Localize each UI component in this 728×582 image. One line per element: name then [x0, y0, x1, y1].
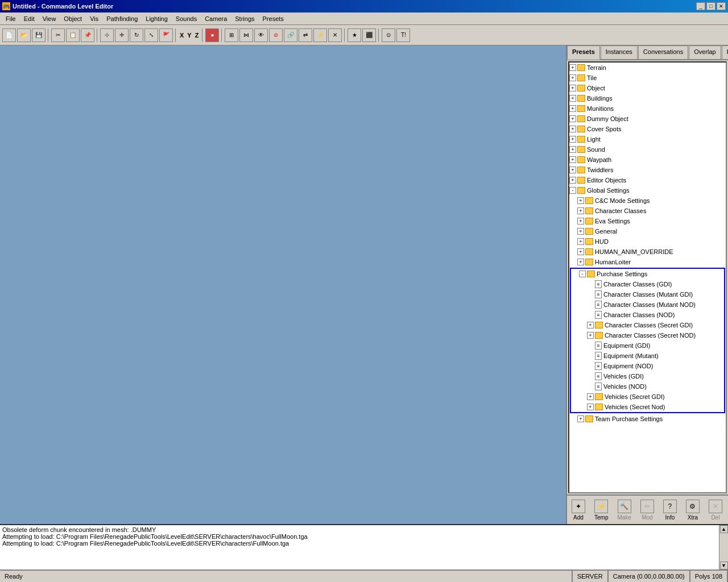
tb-flag[interactable]: 🚩	[159, 28, 173, 42]
expand-general[interactable]: +	[577, 228, 584, 235]
expand-terrain[interactable]: +	[569, 64, 576, 71]
expand-munitions[interactable]: +	[569, 105, 576, 112]
tree-item-veh-gdi[interactable]: ≡Vehicles (GDI)	[571, 371, 724, 381]
expand-buildings[interactable]: +	[569, 95, 576, 102]
menu-strings[interactable]: Strings	[231, 14, 258, 23]
tb-view[interactable]: ⊙	[382, 28, 395, 42]
tree-item-cc-secret-nod[interactable]: +Character Classes (Secret NOD)	[571, 330, 724, 340]
tb-cross[interactable]: ✕	[328, 28, 342, 42]
tb-rotate[interactable]: ↻	[130, 28, 143, 42]
expand-sound[interactable]: +	[569, 146, 576, 153]
tb-move[interactable]: ✛	[115, 28, 129, 42]
tree-panel[interactable]: +Terrain+Tile+Object+Buildings+Munitions…	[568, 61, 727, 493]
tb-scale[interactable]: ⤡	[144, 28, 158, 42]
log-scroll-down[interactable]: ▼	[720, 562, 728, 569]
expand-hud[interactable]: +	[577, 238, 584, 245]
log-scroll-up[interactable]: ▲	[720, 525, 728, 533]
tb-lightning[interactable]: ⚡	[313, 28, 327, 42]
mod-button[interactable]: ✏ Mod	[640, 500, 654, 521]
tab-conversations[interactable]: Conversations	[638, 45, 688, 59]
tree-item-veh-nod[interactable]: ≡Vehicles (NOD)	[571, 381, 724, 392]
tb-arrows[interactable]: ⇄	[299, 28, 312, 42]
expand-editor-objects[interactable]: +	[569, 177, 576, 184]
expand-tile[interactable]: +	[569, 74, 576, 81]
tree-item-veh-secret-nod[interactable]: +Vehicles (Secret Nod)	[571, 402, 724, 412]
tree-item-object[interactable]: +Object	[569, 83, 726, 93]
tree-item-human-anim[interactable]: +HUMAN_ANIM_OVERRIDE	[569, 247, 726, 257]
tree-item-buildings[interactable]: +Buildings	[569, 93, 726, 103]
menu-vis[interactable]: Vis	[86, 14, 102, 23]
tree-item-cc-gdi[interactable]: ≡Character Classes (GDI)	[571, 279, 724, 289]
tree-item-purchase-settings[interactable]: -Purchase Settings	[571, 269, 724, 279]
expand-veh-secret-gdi[interactable]: +	[587, 393, 594, 400]
expand-cnc-mode[interactable]: +	[577, 197, 584, 204]
tree-item-cc-mutant-gdi[interactable]: ≡Character Classes (Mutant GDI)	[571, 289, 724, 300]
tree-item-tile[interactable]: +Tile	[569, 73, 726, 83]
close-button[interactable]: ✕	[717, 2, 726, 10]
menu-view[interactable]: View	[39, 14, 60, 23]
tb-eye[interactable]: 👁	[254, 28, 268, 42]
menu-camera[interactable]: Camera	[201, 14, 230, 23]
tree-item-waypath[interactable]: +Waypath	[569, 155, 726, 165]
expand-eva-settings[interactable]: +	[577, 218, 584, 225]
tab-instances[interactable]: Instances	[601, 45, 638, 59]
expand-human-loiter[interactable]: +	[577, 259, 584, 265]
tree-item-cover-spots[interactable]: +Cover Spots	[569, 124, 726, 134]
menu-presets[interactable]: Presets	[259, 14, 287, 23]
tree-item-human-loiter[interactable]: +HumanLoiter	[569, 257, 726, 267]
add-button[interactable]: ✦ Add	[572, 500, 585, 521]
tb-copy[interactable]: 📋	[66, 28, 80, 42]
expand-waypath[interactable]: +	[569, 156, 576, 163]
tree-item-veh-secret-gdi[interactable]: +Vehicles (Secret GDI)	[571, 392, 724, 402]
tb-cut[interactable]: ✂	[51, 28, 65, 42]
del-button[interactable]: ✕ Del	[709, 500, 722, 521]
tree-item-munitions[interactable]: +Munitions	[569, 103, 726, 114]
tree-item-cnc-mode[interactable]: +C&C Mode Settings	[569, 196, 726, 206]
menu-edit[interactable]: Edit	[20, 14, 38, 23]
make-button[interactable]: 🔨 Make	[617, 500, 631, 521]
tb-save[interactable]: 💾	[32, 28, 46, 42]
tb-new[interactable]: 📄	[2, 28, 16, 42]
minimize-button[interactable]: _	[696, 2, 705, 10]
tree-item-twiddlers[interactable]: +Twiddlers	[569, 165, 726, 175]
tb-snap[interactable]: ⋈	[239, 28, 253, 42]
tree-item-eq-gdi[interactable]: ≡Equipment (GDI)	[571, 340, 724, 351]
tree-item-team-purchase[interactable]: +Team Purchase Settings	[569, 414, 726, 424]
info-button[interactable]: ? Info	[663, 500, 677, 521]
tb-grid[interactable]: ⊞	[225, 28, 238, 42]
tree-item-eva-settings[interactable]: +Eva Settings	[569, 216, 726, 226]
tree-item-eq-nod[interactable]: ≡Equipment (NOD)	[571, 361, 724, 371]
maximize-button[interactable]: □	[706, 2, 715, 10]
menu-pathfinding[interactable]: Pathfinding	[103, 14, 141, 23]
tree-item-dummy-object[interactable]: +Dummy Object	[569, 114, 726, 124]
viewport[interactable]	[0, 45, 566, 524]
tab-presets[interactable]: Presets	[567, 45, 600, 60]
tree-item-character-classes[interactable]: +Character Classes	[569, 206, 726, 216]
expand-veh-secret-nod[interactable]: +	[587, 404, 594, 410]
expand-team-purchase[interactable]: +	[577, 415, 584, 422]
tree-item-terrain[interactable]: +Terrain	[569, 63, 726, 73]
tb-select[interactable]: ⊹	[100, 28, 114, 42]
expand-light[interactable]: +	[569, 136, 576, 143]
tree-item-general[interactable]: +General	[569, 226, 726, 236]
tree-item-eq-mutant[interactable]: ≡Equipment (Mutant)	[571, 351, 724, 361]
expand-character-classes[interactable]: +	[577, 207, 584, 214]
expand-cc-secret-nod[interactable]: +	[587, 332, 594, 339]
expand-human-anim[interactable]: +	[577, 248, 584, 255]
tb-color[interactable]: ●	[205, 28, 219, 42]
tree-item-editor-objects[interactable]: +Editor Objects	[569, 175, 726, 185]
tree-item-cc-nod[interactable]: ≡Character Classes (NOD)	[571, 310, 724, 320]
expand-cc-secret-gdi[interactable]: +	[587, 322, 594, 329]
xtra-button[interactable]: ⚙ Xtra	[686, 500, 700, 521]
tree-item-cc-mutant-nod[interactable]: ≡Character Classes (Mutant NOD)	[571, 300, 724, 310]
menu-lighting[interactable]: Lighting	[142, 14, 171, 23]
expand-purchase-settings[interactable]: -	[579, 271, 586, 277]
tree-item-light[interactable]: +Light	[569, 134, 726, 144]
menu-object[interactable]: Object	[60, 14, 85, 23]
tab-overlap[interactable]: Overlap	[689, 45, 721, 59]
expand-twiddlers[interactable]: +	[569, 167, 576, 173]
tb-paste[interactable]: 📌	[81, 28, 94, 42]
tree-item-sound[interactable]: +Sound	[569, 144, 726, 155]
tab-heightfield[interactable]: Heightfield	[722, 45, 728, 59]
expand-global-settings[interactable]: -	[569, 187, 576, 194]
